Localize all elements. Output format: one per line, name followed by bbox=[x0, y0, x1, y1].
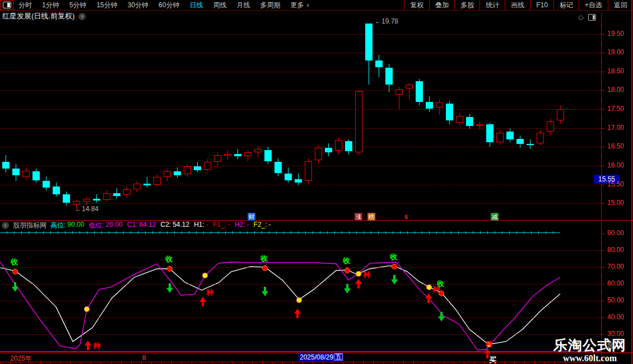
crosshair-date-badge: 2025/08/29 五 bbox=[299, 353, 344, 361]
candle-up bbox=[73, 201, 80, 204]
period-item-9[interactable]: 月线 bbox=[231, 1, 255, 10]
title-chevron-icon[interactable]: ∨ bbox=[78, 13, 86, 20]
candlestick-pane[interactable] bbox=[0, 22, 601, 213]
action-button-1[interactable]: 复权 bbox=[404, 0, 429, 10]
field-label: F2_: bbox=[254, 221, 267, 230]
field-value: 90.00 bbox=[67, 221, 84, 230]
field-value: - bbox=[247, 221, 249, 230]
price-gridline bbox=[0, 203, 601, 204]
action-button-5[interactable]: 画线 bbox=[505, 0, 530, 10]
arrow-head bbox=[344, 288, 351, 293]
action-button-4[interactable]: 统计 bbox=[480, 0, 505, 10]
indicator-gridline bbox=[0, 284, 601, 284]
indicator-header: ∨ 股朋指标网 高位:90.00低位:20.00C1:64.12C2:54.12… bbox=[2, 221, 271, 230]
indicator-pane[interactable]: 收收收收收收种种种种种买 bbox=[0, 230, 601, 352]
period-item-11[interactable]: 更多 bbox=[285, 1, 309, 10]
stock-title[interactable]: 红星发展(日线.前复权) bbox=[2, 11, 75, 21]
divider-badge-2[interactable]: 涨 bbox=[355, 213, 362, 221]
sell-signal-label: 收 bbox=[11, 257, 18, 267]
indicator-values: 高位:90.00低位:20.00C1:64.12C2:54.12H1:-F1_:… bbox=[50, 221, 271, 230]
price-axis-label: 15.00 bbox=[607, 199, 624, 207]
split-pane-icon[interactable] bbox=[588, 14, 596, 21]
indicator-line-C2 bbox=[0, 266, 560, 344]
period-item-3[interactable]: 5分钟 bbox=[64, 1, 92, 10]
price-axis-tick bbox=[601, 72, 604, 72]
price-gridline bbox=[0, 109, 601, 110]
divider-badge-5[interactable]: 减 bbox=[491, 213, 499, 221]
period-item-1[interactable]: 分时 bbox=[13, 1, 37, 10]
price-axis-tick bbox=[601, 147, 604, 147]
price-gridline bbox=[0, 128, 601, 129]
period-item-10[interactable]: 多周期 bbox=[255, 1, 285, 10]
arrow-head bbox=[391, 279, 398, 284]
field-value: 54.12 bbox=[173, 221, 189, 230]
indicator-axis-tick bbox=[601, 267, 604, 268]
sell-signal-dot bbox=[167, 266, 173, 272]
sell-signal-dot bbox=[392, 264, 397, 269]
buy-arrow-icon bbox=[85, 340, 91, 350]
price-gridline bbox=[0, 166, 601, 166]
diamond-icon[interactable]: ◇ bbox=[578, 13, 584, 21]
divider-badge-3[interactable]: 榜 bbox=[367, 213, 375, 221]
price-axis-label: 16.50 bbox=[607, 142, 624, 150]
period-toolbar: 分时1分钟5分钟15分钟30分钟60分钟日线周线月线多周期更多 › 复权叠加多股… bbox=[0, 0, 633, 11]
indicator-axis-tick bbox=[601, 284, 604, 284]
field-label: C1: bbox=[127, 221, 138, 230]
period-item-8[interactable]: 周线 bbox=[208, 1, 231, 10]
candle-up bbox=[133, 184, 141, 189]
indicator-gridline bbox=[0, 334, 601, 335]
arrow-stem bbox=[427, 298, 430, 303]
indicator-axis-tick bbox=[601, 234, 604, 234]
action-button-6[interactable]: F10 bbox=[530, 0, 553, 10]
candle-down bbox=[516, 139, 524, 144]
buy-signal-label: 种 bbox=[206, 288, 213, 298]
crosshair-date: 2025/08/29 bbox=[300, 353, 333, 361]
period-item-5[interactable]: 30分钟 bbox=[123, 1, 153, 10]
price-axis-tick bbox=[601, 34, 604, 35]
signal-dot-yellow bbox=[296, 297, 302, 303]
action-button-2[interactable]: 叠加 bbox=[429, 0, 454, 10]
candle-down bbox=[63, 194, 70, 203]
sell-signal-dot bbox=[12, 269, 18, 274]
candle-up bbox=[224, 154, 231, 156]
period-item-2[interactable]: 1分钟 bbox=[37, 1, 64, 10]
chart-title-bar: 红星发展(日线.前复权) ∨ bbox=[2, 11, 86, 22]
period-item-7[interactable]: 日线 bbox=[184, 1, 208, 10]
indicator-axis-minor-tick bbox=[601, 259, 603, 259]
price-axis-tick bbox=[601, 166, 604, 166]
divider-badge-1[interactable]: 财 bbox=[248, 213, 255, 221]
candle-up bbox=[123, 189, 131, 195]
field-label: H1: bbox=[194, 221, 204, 230]
period-item-6[interactable]: 60分钟 bbox=[153, 1, 184, 10]
trading-app-window: 分时1分钟5分钟15分钟30分钟60分钟日线周线月线多周期更多 › 复权叠加多股… bbox=[0, 0, 633, 364]
action-button-7[interactable]: 标记 bbox=[553, 0, 579, 10]
action-button-8[interactable]: +自选 bbox=[579, 0, 608, 10]
price-axis-label: 19.50 bbox=[607, 30, 624, 38]
arrow-stem bbox=[393, 275, 395, 279]
candle-up bbox=[214, 155, 221, 162]
indicator-chevron-icon[interactable]: ∨ bbox=[2, 222, 9, 229]
sell-signal-label: 收 bbox=[260, 254, 268, 264]
buy-signal-label: 种 bbox=[485, 339, 492, 349]
period-item-4[interactable]: 15分钟 bbox=[91, 1, 122, 10]
price-axis-tick bbox=[601, 128, 604, 129]
indicator-line-C1 bbox=[0, 262, 560, 350]
candle-down bbox=[143, 184, 151, 185]
layout-icon[interactable] bbox=[0, 0, 13, 10]
divider-badge-4[interactable]: ŝ bbox=[402, 213, 410, 221]
signal-dot-yellow bbox=[84, 306, 90, 312]
action-button-9[interactable]: 返回 bbox=[608, 0, 633, 10]
price-gridline bbox=[0, 90, 601, 91]
candle-down bbox=[285, 174, 292, 180]
action-button-3[interactable]: 多股 bbox=[454, 0, 480, 10]
more-chevron-icon[interactable]: › bbox=[306, 1, 309, 9]
candle-wick bbox=[147, 177, 147, 188]
indicator-field-2: 低位:20.00 bbox=[89, 221, 122, 230]
crosshair-weekday: 五 bbox=[334, 353, 343, 361]
indicator-axis-label: 50.00 bbox=[607, 296, 624, 304]
candle-down bbox=[345, 141, 352, 151]
price-axis-minor-tick bbox=[601, 25, 603, 25]
indicator-name[interactable]: 股朋指标网 bbox=[13, 221, 46, 230]
window-right-border bbox=[631, 0, 632, 364]
candle-down bbox=[2, 162, 10, 169]
